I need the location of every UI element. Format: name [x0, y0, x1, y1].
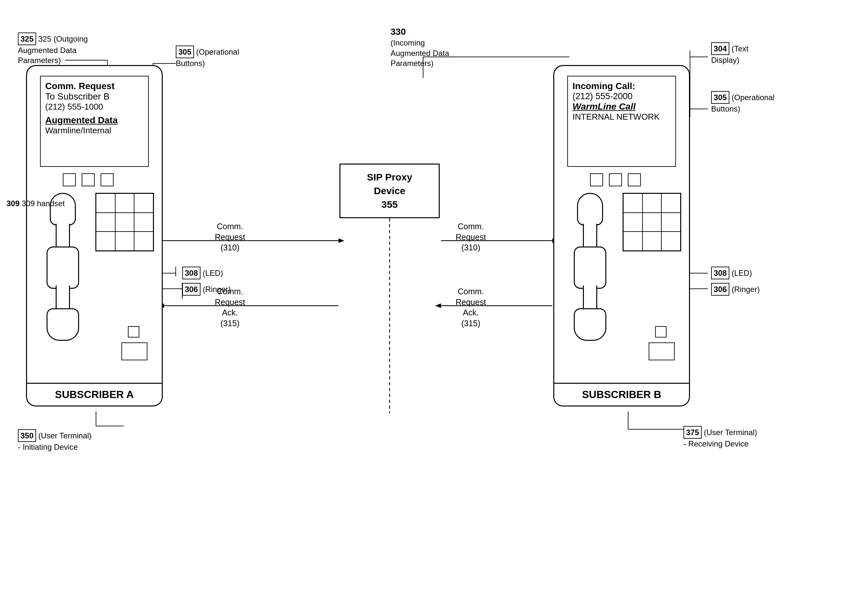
annotation-309: 309 309 handset [6, 199, 65, 208]
annotation-325: 325 325 (Outgoing Augmented Data Paramet… [18, 33, 88, 66]
screen-a-line2: To Subscriber B [45, 91, 143, 102]
key-a-8 [115, 232, 134, 251]
key-b-7 [623, 232, 643, 251]
led-b [655, 326, 667, 337]
screen-b: Incoming Call: (212) 555-2000 WarmLine C… [567, 76, 676, 167]
sip-proxy-line1: SIP Proxy [367, 172, 412, 182]
key-a-5 [115, 213, 134, 232]
subscriber-a-label: SUBSCRIBER A [55, 388, 134, 400]
ref-305b-box: 305 [711, 91, 729, 104]
annotation-330: 330 (IncomingAugmented DataParameters) [391, 26, 449, 68]
device-a: Comm. Request To Subscriber B (212) 555-… [26, 65, 163, 406]
annotation-306-a: 306 (Ringer) [182, 283, 231, 296]
handset-b-neck2 [583, 286, 597, 312]
key-a-6 [134, 213, 153, 232]
key-a-7 [96, 232, 115, 251]
button-b-1[interactable] [590, 173, 603, 186]
screen-b-line1: Incoming Call: [572, 81, 671, 91]
screen-b-line2: (212) 555-2000 [572, 91, 671, 101]
device-b: Incoming Call: (212) 555-2000 WarmLine C… [553, 65, 690, 406]
led-a [128, 326, 139, 337]
screen-a-augmented: Augmented Data [45, 115, 143, 125]
annotation-308b-text: (LED) [732, 269, 752, 277]
key-b-2 [643, 194, 662, 213]
key-b-9 [661, 232, 681, 251]
annotation-309-text: 309 handset [22, 199, 65, 208]
ref-308a-box: 308 [182, 266, 201, 279]
button-a-3[interactable] [101, 173, 113, 186]
arrow-label-comm-ack-2: Comm. Request Ack. (315) [456, 286, 486, 328]
button-a-2[interactable] [82, 173, 95, 186]
ref-305a-box: 305 [176, 45, 194, 58]
screen-b-line3: INTERNAL NETWORK [572, 112, 671, 122]
subscriber-bar-a: SUBSCRIBER A [27, 383, 162, 405]
annotation-375: 375 (User Terminal)- Receiving Device [684, 426, 757, 449]
ref-325-box: 325 [18, 33, 36, 45]
handset-b-neck1 [583, 224, 597, 250]
ref-330: 330 [391, 27, 406, 37]
annotation-305-b: 305 (OperationalButtons) [711, 91, 774, 114]
key-b-4 [623, 213, 643, 232]
handset-b-middle [574, 247, 606, 289]
subscriber-b-label: SUBSCRIBER B [582, 388, 661, 400]
ringer-a [121, 342, 148, 360]
keypad-b [623, 193, 681, 251]
annotation-308a-text: (LED) [203, 269, 223, 277]
annotation-305-a: 305 (OperationalButtons) [176, 45, 239, 68]
handset-a-neck2 [56, 286, 70, 312]
handset-b-bottom [574, 308, 606, 341]
arrow-label-comm-req-1: Comm. Request (310) [215, 221, 245, 253]
key-b-3 [661, 194, 681, 213]
key-b-8 [643, 232, 662, 251]
annotation-308-b: 308 (LED) [711, 266, 752, 279]
ref-309: 309 [6, 199, 20, 208]
handset-a [43, 193, 82, 342]
svg-marker-12 [338, 238, 344, 243]
key-a-1 [96, 194, 115, 213]
annotation-304: 304 (TextDisplay) [711, 42, 749, 65]
buttons-row-a [63, 173, 113, 186]
svg-marker-16 [435, 303, 441, 308]
screen-a-line3: (212) 555-1000 [45, 102, 143, 112]
screen-a: Comm. Request To Subscriber B (212) 555-… [40, 76, 149, 167]
handset-a-bottom [47, 308, 79, 341]
handset-a-top [50, 193, 76, 225]
screen-a-line1: Comm. Request [45, 81, 143, 91]
ref-306a-box: 306 [182, 283, 201, 296]
handset-a-middle [47, 247, 79, 289]
button-a-1[interactable] [63, 173, 76, 186]
key-b-5 [643, 213, 662, 232]
annotation-350: 350 (User Terminal)- Initiating Device [18, 429, 91, 452]
screen-a-line4: Warmline/Internal [45, 125, 143, 135]
diagram-container: Comm. Request To Subscriber B (212) 555-… [0, 0, 868, 599]
ref-306b-box: 306 [711, 283, 729, 296]
ref-308b-box: 308 [711, 266, 729, 279]
ref-375-box: 375 [684, 426, 702, 439]
button-b-3[interactable] [628, 173, 641, 186]
annotation-306b-text: (Ringer) [732, 285, 760, 293]
annotation-308-a: 308 (LED) [182, 266, 223, 279]
ref-304-box: 304 [711, 42, 729, 55]
arrow-label-comm-req-2: Comm. Request (310) [456, 221, 486, 253]
handset-a-neck1 [56, 224, 70, 250]
subscriber-bar-b: SUBSCRIBER B [554, 383, 689, 405]
annotation-306-b: 306 (Ringer) [711, 283, 759, 296]
key-b-6 [661, 213, 681, 232]
key-a-9 [134, 232, 153, 251]
screen-b-warmline: WarmLine Call [572, 101, 671, 112]
buttons-row-b [590, 173, 641, 186]
handset-b-top [577, 193, 603, 225]
key-b-1 [623, 194, 643, 213]
annotation-306a-text: (Ringer) [203, 285, 231, 293]
annotation-330-text: (IncomingAugmented DataParameters) [391, 38, 449, 67]
ringer-b [649, 342, 675, 360]
key-a-3 [134, 194, 153, 213]
sip-proxy-line2: Device [374, 185, 406, 196]
key-a-2 [115, 194, 134, 213]
handset-b [571, 193, 610, 342]
key-a-4 [96, 213, 115, 232]
button-b-2[interactable] [609, 173, 622, 186]
ref-350-box: 350 [18, 429, 36, 442]
sip-proxy-device: SIP Proxy Device 355 [340, 164, 440, 218]
keypad-a [95, 193, 154, 251]
